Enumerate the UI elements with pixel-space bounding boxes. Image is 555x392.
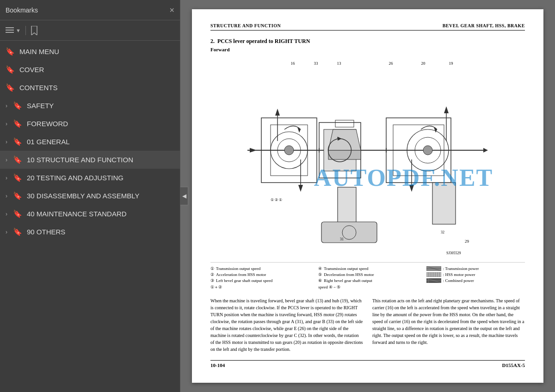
- bookmark-icon-safety: 🔖: [13, 101, 22, 110]
- legend-text-4: Transmission output speed: [324, 266, 368, 271]
- toolbar-bookmark-icon[interactable]: [31, 26, 38, 35]
- svg-marker-16: [275, 109, 280, 116]
- svg-text:13: 13: [337, 61, 342, 66]
- page-number: 10-104: [210, 362, 225, 368]
- legend-text-6: Right bevel gear shaft output: [324, 278, 372, 283]
- header-left: STRUCTURE AND FUNCTION: [210, 23, 281, 28]
- sidebar-title: Bookmarks: [6, 6, 38, 14]
- transmission-power-pattern: [426, 266, 441, 271]
- legend-col-mid: ④ Transmission output speed ⑤ Decelerati…: [318, 266, 417, 292]
- sidebar-item-40-maintenance[interactable]: › 🔖 40 MAINTENANCE STANDARD: [0, 205, 180, 223]
- chevron-20-testing: ›: [6, 175, 7, 181]
- bookmark-icon-foreword: 🔖: [13, 119, 22, 128]
- body-paragraph-left: When the machine is traveling forward, b…: [210, 297, 363, 353]
- body-paragraph-right: This rotation acts on the left and right…: [372, 297, 525, 346]
- svg-marker-38: [483, 148, 488, 153]
- sidebar-item-30-disassembly[interactable]: › 🔖 30 DISASSEMBLY AND ASSEMBLY: [0, 187, 180, 205]
- legend-text-p1: : Transmission power: [443, 266, 479, 271]
- legend-item-5: ⑤ Deceleration from HSS motor: [318, 272, 417, 277]
- sidebar-item-20-testing[interactable]: › 🔖 20 TESTING AND ADJUSTING: [0, 169, 180, 187]
- sidebar-nav-list: 🔖 MAIN MENU 🔖 COVER 🔖 CONTENTS › 🔖 SAFET…: [0, 41, 180, 392]
- svg-rect-0: [6, 27, 14, 28]
- hss-motor-pattern: [426, 272, 441, 277]
- bookmark-icon-01-general: 🔖: [13, 137, 22, 146]
- legend-num-1: ①: [210, 266, 214, 271]
- sidebar-label-20-testing: 20 TESTING AND ADJUSTING: [27, 174, 174, 182]
- sidebar-label-30-disassembly: 30 DISASSEMBLY AND ASSEMBLY: [27, 192, 174, 200]
- sidebar-item-foreword[interactable]: › 🔖 FOREWORD: [0, 115, 180, 133]
- sidebar-item-safety[interactable]: › 🔖 SAFETY: [0, 97, 180, 115]
- legend-text-3b: ①＋②: [210, 284, 222, 290]
- legend-num-5: ⑤: [318, 272, 322, 277]
- svg-text:33: 33: [314, 61, 319, 66]
- legend-num-6: ⑥: [318, 278, 322, 283]
- collapse-sidebar-button[interactable]: ◀: [180, 187, 188, 205]
- svg-rect-1: [6, 30, 14, 31]
- sidebar-label-40-maintenance: 40 MAINTENANCE STANDARD: [27, 210, 174, 218]
- sidebar-item-90-others[interactable]: › 🔖 90 OTHERS: [0, 223, 180, 241]
- legend-pattern-3: : Combined power: [426, 278, 525, 283]
- svg-text:20: 20: [421, 61, 426, 66]
- sidebar-label-main-menu: MAIN MENU: [19, 48, 174, 55]
- chevron-01-general: ›: [6, 139, 7, 145]
- legend-num-4: ④: [318, 266, 322, 271]
- chevron-90-others: ›: [6, 229, 7, 235]
- legend-text-3: Left bevel gear shaft output speed: [216, 278, 272, 283]
- svg-rect-39: [338, 187, 356, 224]
- sidebar-item-cover[interactable]: 🔖 COVER: [0, 61, 180, 79]
- close-button[interactable]: ×: [169, 6, 174, 14]
- svg-text:32: 32: [441, 230, 444, 234]
- svg-marker-18: [298, 185, 303, 192]
- legend-item-1: ① Transmission output speed: [210, 266, 309, 271]
- sub-direction: Forward: [210, 47, 525, 52]
- chevron-40-maintenance: ›: [6, 211, 7, 217]
- sidebar-item-contents[interactable]: 🔖 CONTENTS: [0, 79, 180, 97]
- sidebar-toolbar: ▼: [0, 20, 180, 41]
- legend-text-1: Transmission output speed: [216, 266, 260, 271]
- chevron-foreword: ›: [6, 121, 7, 127]
- sidebar-label-foreword: FOREWORD: [27, 120, 174, 128]
- svg-rect-22: [335, 120, 354, 127]
- bookmark-icon-30-disassembly: 🔖: [13, 191, 22, 200]
- svg-point-14: [284, 146, 294, 155]
- sidebar-item-10-structure[interactable]: › 🔖 10 STRUCTURE AND FUNCTION: [0, 151, 180, 169]
- svg-text:31: 31: [340, 237, 344, 241]
- chevron-30-disassembly: ›: [6, 193, 7, 199]
- svg-marker-36: [250, 148, 257, 153]
- legend-text-5: Deceleration from HSS motor: [324, 272, 374, 277]
- main-content: ◀ AUTOPDF.NET STRUCTURE AND FUNCTION BEV…: [180, 0, 555, 392]
- sidebar-label-cover: COVER: [19, 66, 174, 74]
- legend-text-6b: speed ④－⑤: [318, 284, 340, 290]
- chevron-10-structure: ›: [6, 157, 7, 163]
- svg-text:① ② ①: ① ② ①: [271, 198, 282, 202]
- sj-code: SJ305529: [446, 251, 461, 255]
- legend-pattern-2: : HSS motor power: [426, 272, 525, 277]
- legend-area: ① Transmission output speed ② Accelerati…: [210, 262, 525, 292]
- diagram-area: 16 33 13 26 20 19: [210, 58, 525, 257]
- sidebar-item-main-menu[interactable]: 🔖 MAIN MENU: [0, 43, 180, 61]
- sidebar-label-90-others: 90 OTHERS: [27, 228, 174, 236]
- legend-num-3: ③: [210, 278, 214, 283]
- svg-rect-43: [432, 183, 456, 224]
- legend-pattern-1: : Transmission power: [426, 266, 525, 271]
- legend-item-3b: ①＋②: [210, 284, 309, 290]
- sidebar-item-01-general[interactable]: › 🔖 01 GENERAL: [0, 133, 180, 151]
- bookmark-icon-main-menu: 🔖: [6, 47, 15, 56]
- section-title: 2. PCCS lever operated to RIGHT TURN: [210, 38, 525, 45]
- collapse-arrow-icon: ◀: [182, 193, 186, 199]
- svg-text:19: 19: [449, 61, 454, 66]
- sidebar-label-safety: SAFETY: [27, 102, 174, 110]
- chevron-safety: ›: [6, 103, 7, 109]
- legend-text-2: Acceleration from HSS motor: [216, 272, 266, 277]
- svg-text:16: 16: [291, 61, 296, 66]
- sidebar-header: Bookmarks ×: [0, 0, 180, 20]
- svg-marker-23: [328, 150, 361, 159]
- bookmark-icon-10-structure: 🔖: [13, 155, 22, 164]
- toolbar-list-icon[interactable]: ▼: [6, 27, 21, 34]
- sidebar-label-01-general: 01 GENERAL: [27, 138, 174, 146]
- body-text-columns: When the machine is traveling forward, b…: [210, 297, 525, 353]
- bookmark-icon-20-testing: 🔖: [13, 173, 22, 182]
- bookmark-icon-90-others: 🔖: [13, 227, 22, 236]
- bookmark-icon-40-maintenance: 🔖: [13, 209, 22, 218]
- body-text-left: When the machine is traveling forward, b…: [210, 297, 363, 353]
